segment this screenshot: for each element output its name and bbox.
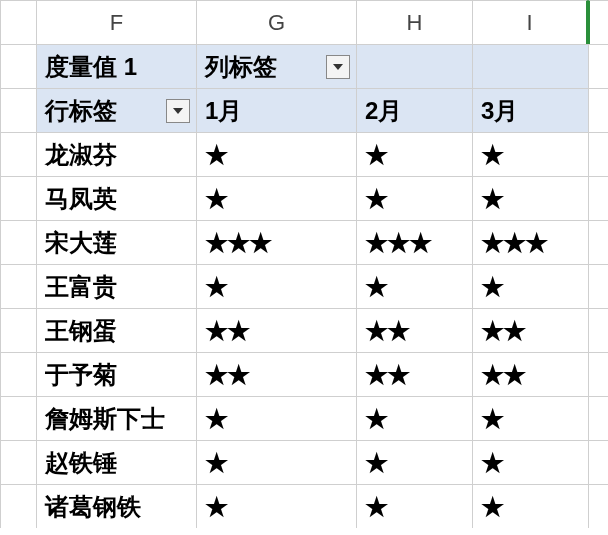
row-header-11[interactable]	[0, 484, 36, 528]
row-header-7[interactable]	[0, 308, 36, 352]
data-cell[interactable]: ★	[472, 132, 588, 176]
spill-cell[interactable]	[588, 440, 608, 484]
data-cell[interactable]: ★★	[196, 352, 356, 396]
row-header-3[interactable]	[0, 132, 36, 176]
row-name[interactable]: 马凤英	[36, 176, 196, 220]
pivot-header-blank-H[interactable]	[356, 44, 472, 88]
chevron-down-icon	[173, 108, 183, 114]
row-name[interactable]: 于予菊	[36, 352, 196, 396]
data-cell[interactable]: ★	[472, 440, 588, 484]
pivot-row-labels-caption: 行标签	[45, 97, 117, 124]
pivot-header-blank-I[interactable]	[472, 44, 588, 88]
data-cell[interactable]: ★★	[196, 308, 356, 352]
corner-cell[interactable]	[0, 0, 36, 44]
chevron-down-icon	[333, 64, 343, 70]
data-cell[interactable]: ★	[356, 132, 472, 176]
spill-cell-2[interactable]	[588, 88, 608, 132]
data-cell[interactable]: ★	[472, 176, 588, 220]
data-cell[interactable]: ★★	[356, 352, 472, 396]
spill-cell[interactable]	[588, 220, 608, 264]
row-name[interactable]: 詹姆斯下士	[36, 396, 196, 440]
pivot-measure-label: 度量值 1	[45, 53, 137, 80]
row-name[interactable]: 龙淑芬	[36, 132, 196, 176]
pivot-measure-cell[interactable]: 度量值 1	[36, 44, 196, 88]
data-cell[interactable]: ★★	[356, 308, 472, 352]
row-name[interactable]: 王富贵	[36, 264, 196, 308]
data-cell[interactable]: ★	[356, 396, 472, 440]
row-header-1[interactable]	[0, 44, 36, 88]
data-cell[interactable]: ★	[196, 484, 356, 528]
data-cell[interactable]: ★★★	[472, 220, 588, 264]
row-header-5[interactable]	[0, 220, 36, 264]
row-name[interactable]: 诸葛钢铁	[36, 484, 196, 528]
row-labels-dropdown[interactable]	[166, 99, 190, 123]
spill-cell[interactable]	[588, 264, 608, 308]
data-cell[interactable]: ★	[472, 396, 588, 440]
row-name[interactable]: 赵铁锤	[36, 440, 196, 484]
data-cell[interactable]: ★	[196, 396, 356, 440]
col-header-F[interactable]: F	[36, 0, 196, 44]
row-name[interactable]: 宋大莲	[36, 220, 196, 264]
col-header-G[interactable]: G	[196, 0, 356, 44]
data-cell[interactable]: ★★	[472, 352, 588, 396]
data-cell[interactable]: ★	[356, 176, 472, 220]
pivot-row-labels-cell[interactable]: 行标签	[36, 88, 196, 132]
data-cell[interactable]: ★	[196, 440, 356, 484]
data-cell[interactable]: ★	[196, 132, 356, 176]
row-header-10[interactable]	[0, 440, 36, 484]
spill-cell[interactable]	[588, 176, 608, 220]
row-header-9[interactable]	[0, 396, 36, 440]
spreadsheet-grid[interactable]: F G H I 度量值 1 列标签 行标签 1月 2月 3月 龙淑芬 ★ ★ ★…	[0, 0, 608, 528]
row-name[interactable]: 王钢蛋	[36, 308, 196, 352]
row-header-4[interactable]	[0, 176, 36, 220]
col-header-next[interactable]	[588, 0, 608, 44]
data-cell[interactable]: ★★★	[196, 220, 356, 264]
col-header-I[interactable]: I	[472, 0, 588, 44]
pivot-column-labels-caption: 列标签	[205, 53, 277, 80]
spill-cell[interactable]	[588, 352, 608, 396]
data-cell[interactable]: ★	[196, 176, 356, 220]
pivot-month-3[interactable]: 3月	[472, 88, 588, 132]
row-header-6[interactable]	[0, 264, 36, 308]
spill-cell[interactable]	[588, 308, 608, 352]
data-cell[interactable]: ★	[356, 440, 472, 484]
data-cell[interactable]: ★	[472, 484, 588, 528]
spill-cell[interactable]	[588, 396, 608, 440]
data-cell[interactable]: ★	[356, 484, 472, 528]
data-cell[interactable]: ★	[472, 264, 588, 308]
row-header-8[interactable]	[0, 352, 36, 396]
row-header-2[interactable]	[0, 88, 36, 132]
spill-cell-1[interactable]	[588, 44, 608, 88]
col-header-H[interactable]: H	[356, 0, 472, 44]
data-cell[interactable]: ★★★	[356, 220, 472, 264]
column-labels-dropdown[interactable]	[326, 55, 350, 79]
pivot-column-labels-cell[interactable]: 列标签	[196, 44, 356, 88]
spill-cell[interactable]	[588, 132, 608, 176]
data-cell[interactable]: ★★	[472, 308, 588, 352]
pivot-month-1[interactable]: 1月	[196, 88, 356, 132]
data-cell[interactable]: ★	[356, 264, 472, 308]
data-cell[interactable]: ★	[196, 264, 356, 308]
pivot-month-2[interactable]: 2月	[356, 88, 472, 132]
spill-cell[interactable]	[588, 484, 608, 528]
